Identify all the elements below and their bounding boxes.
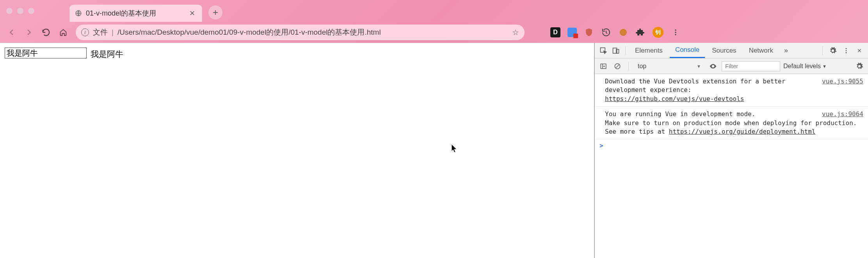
back-button[interactable] [5, 25, 19, 39]
tab-sources[interactable]: Sources [706, 43, 742, 58]
inspect-element-icon[interactable] [598, 45, 609, 56]
tab-network[interactable]: Network [743, 43, 779, 58]
log-link[interactable]: https://vuejs.org/guide/deployment.html [669, 128, 816, 135]
close-window-button[interactable] [6, 8, 12, 14]
divider [822, 46, 823, 55]
prompt-symbol: > [599, 142, 603, 149]
svg-point-3 [675, 32, 676, 33]
console-sidebar-toggle-icon[interactable] [598, 61, 609, 72]
translate-extension-icon[interactable] [567, 28, 577, 37]
console-settings-icon[interactable] [854, 61, 865, 72]
devtools-settings-icon[interactable] [827, 45, 838, 56]
devtools-close-icon[interactable]: ✕ [854, 45, 865, 56]
tab-console[interactable]: Console [670, 43, 705, 58]
qr-code-icon[interactable] [535, 28, 543, 37]
profile-avatar[interactable]: 钊 [653, 27, 663, 38]
extensions-puzzle-icon[interactable] [635, 27, 646, 37]
browser-tab[interactable]: 01-v-model的基本使用 ✕ [69, 5, 202, 22]
svg-point-10 [846, 52, 847, 53]
console-log-entry: vue.js:9055 Download the Vue Devtools ex… [595, 74, 868, 107]
divider [625, 46, 626, 55]
home-button[interactable] [56, 25, 70, 39]
svg-point-2 [675, 30, 676, 31]
minimize-window-button[interactable] [17, 8, 23, 14]
console-prompt[interactable]: > [595, 140, 868, 152]
new-tab-button[interactable]: + [208, 5, 222, 19]
levels-label: Default levels [783, 63, 821, 70]
divider [628, 62, 629, 71]
more-tabs-icon[interactable]: » [780, 46, 792, 55]
browser-menu-icon[interactable] [671, 27, 681, 37]
log-text: See more tips at [605, 128, 669, 135]
url-scheme-label: 文件 [93, 27, 108, 37]
page-content: 我是阿牛 [0, 43, 595, 258]
tab-title: 01-v-model的基本使用 [86, 9, 184, 18]
log-text: Make sure to turn on production mode whe… [605, 119, 857, 127]
address-bar[interactable]: i 文件 | /Users/mac/Desktop/vue/demo01/09-… [76, 25, 525, 40]
maximize-window-button[interactable] [28, 8, 34, 14]
dropdown-icon: ▼ [697, 64, 701, 69]
log-levels-selector[interactable]: Default levels ▼ [783, 63, 827, 70]
execution-context-selector[interactable]: top ▼ [634, 62, 704, 71]
console-filter-input[interactable] [722, 61, 780, 71]
extension-d-icon[interactable]: D [550, 27, 560, 37]
forward-button[interactable] [22, 25, 36, 39]
url-separator: | [112, 28, 114, 37]
tab-elements[interactable]: Elements [630, 43, 668, 58]
shield-icon[interactable] [584, 27, 594, 37]
extension-icons: D 钊 [535, 27, 681, 38]
devtools-panel: Elements Console Sources Network » ✕ [595, 43, 868, 258]
history-icon[interactable] [601, 27, 611, 37]
bookmark-star-icon[interactable]: ☆ [512, 28, 519, 37]
site-info-icon[interactable]: i [81, 28, 89, 36]
device-toggle-icon[interactable] [610, 45, 621, 56]
live-expression-icon[interactable] [708, 61, 719, 72]
vmodel-input[interactable] [5, 48, 87, 58]
url-path: /Users/mac/Desktop/vue/demo01/09-v-model… [117, 27, 508, 37]
log-source-link[interactable]: vue.js:9055 [822, 77, 863, 86]
tab-strip: 01-v-model的基本使用 ✕ + [0, 0, 868, 22]
window-controls [6, 8, 69, 14]
devtools-tab-bar: Elements Console Sources Network » ✕ [595, 43, 868, 58]
dropdown-icon: ▼ [822, 64, 827, 69]
reload-button[interactable] [39, 25, 53, 39]
vmodel-output: 我是阿牛 [91, 49, 123, 58]
svg-point-9 [846, 50, 847, 51]
browser-toolbar: i 文件 | /Users/mac/Desktop/vue/demo01/09-… [0, 22, 868, 43]
log-text: You are running Vue in development mode. [605, 110, 755, 118]
console-output: vue.js:9055 Download the Vue Devtools ex… [595, 74, 868, 258]
globe-icon [75, 10, 82, 17]
svg-point-8 [846, 48, 847, 49]
clear-console-icon[interactable] [612, 61, 623, 72]
svg-point-4 [675, 34, 676, 35]
devtools-menu-icon[interactable] [841, 45, 852, 56]
log-text: Download the Vue Devtools extension for … [605, 78, 785, 94]
log-source-link[interactable]: vue.js:9064 [822, 110, 863, 118]
close-tab-button[interactable]: ✕ [188, 9, 197, 18]
extension-icon[interactable] [618, 27, 628, 37]
console-log-entry: vue.js:9064 You are running Vue in devel… [595, 107, 868, 140]
svg-point-1 [620, 29, 627, 36]
log-link[interactable]: https://github.com/vuejs/vue-devtools [605, 95, 744, 102]
console-toolbar: top ▼ Default levels ▼ [595, 58, 868, 74]
context-label: top [638, 63, 646, 70]
